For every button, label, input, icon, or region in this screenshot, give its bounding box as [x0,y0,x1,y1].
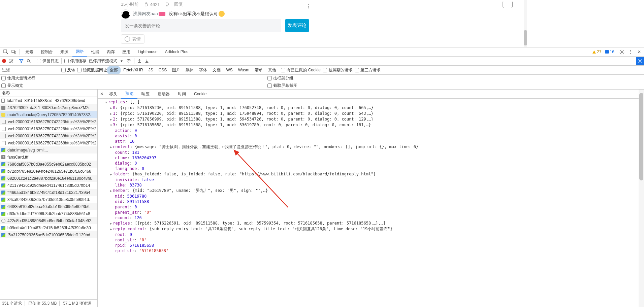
wifi-icon[interactable] [126,58,131,64]
tree-node[interactable]: like: 33738 [100,182,644,188]
preview-tree[interactable]: replies: [,…] 0: {rpid: 5716185230, oid:… [98,99,644,307]
close-detail-icon[interactable]: ✕ [98,92,105,96]
request-item[interactable]: main?callback=jQuery1720557820914057332. [0,111,97,118]
filter-input[interactable] [0,67,59,73]
tab-network[interactable]: 网络 [72,47,87,57]
tab-memory[interactable]: 内存 [103,47,118,57]
request-item[interactable]: 64f835810b62deaa40a0db19550654e6023b6. [0,203,97,210]
publish-button[interactable]: 发表评论 [285,19,309,32]
tree-node[interactable]: mid: 53619780 [100,194,644,199]
type-all[interactable]: 全部 [107,66,121,74]
tree-node[interactable]: content: {message: "骑士拔剑，攘除外敌，重建王朝。e我懂了是… [100,144,644,150]
settings-icon[interactable] [618,48,625,55]
tree-node[interactable]: fansgrade: 0 [100,166,644,171]
tree-node[interactable]: 2: {rpid: 5717856999, oid: 891511588, ty… [100,116,644,122]
disable-cache-check[interactable]: 停用缓存 [64,58,86,64]
request-item[interactable]: web?000001616362750742238https%3A%2F%2. [0,132,97,139]
request-item[interactable]: web?000001616362750742223https%3A%2F%2. [0,118,97,125]
tab-console[interactable]: 控制台 [37,47,56,57]
tab-elements[interactable]: 元素 [22,47,37,57]
type-wasm[interactable]: Wasm [235,67,252,73]
clear-icon[interactable] [9,59,13,63]
tree-node[interactable]: oid: 891511588 [100,199,644,204]
more-icon[interactable]: ⋮ [627,48,634,55]
tree-node[interactable]: 0: {rpid: 5716185230, oid: 891511588, ty… [100,105,644,111]
inspect-icon[interactable] [2,48,9,56]
type-img[interactable]: 图片 [169,66,183,74]
tree-node[interactable]: parent_str: "0" [100,210,644,215]
detail-tab-response[interactable]: 响应 [137,90,154,99]
tab-adblock[interactable]: Adblock Plus [162,48,192,56]
chevron-down-icon[interactable]: ▼ [120,59,123,63]
type-doc[interactable]: 文档 [210,66,223,74]
tree-node[interactable]: attr: 16 [100,139,644,144]
overview-check[interactable]: 显示概览 [1,83,23,89]
type-js[interactable]: JS [146,67,156,73]
third-party-check[interactable]: 第三方请求 [355,67,381,73]
type-ws[interactable]: WS [223,67,235,73]
detail-tab-cookies[interactable]: Cookie [190,90,211,98]
tree-node[interactable]: root_str: "0" [100,237,644,243]
group-frame-check[interactable]: 按框架分组 [267,75,293,81]
invert-check[interactable]: 反转 [61,67,75,73]
tree-node[interactable]: reply_control: {sub_reply_entry_text: "共… [100,226,644,232]
tree-node[interactable]: 3: {rpid: 5716185658, oid: 891511588, ty… [100,122,644,128]
request-item[interactable]: TfansCard.ttf [0,154,97,161]
tree-node[interactable]: dialog: 0 [100,161,644,166]
detail-tab-initiator[interactable]: 启动器 [154,90,174,99]
emoji-picker-button[interactable]: 表情 [121,34,144,44]
request-item[interactable]: b09cdb4c119c467cf2d15db5263b4f539fa6e30 [0,224,97,231]
tree-node[interactable]: replies: [{rpid: 5716226591, oid: 891511… [100,220,644,226]
tree-node[interactable]: ctime: 1636204397 [100,155,644,161]
warning-badge[interactable]: 27 [592,49,601,54]
search-icon[interactable] [26,59,31,63]
request-item[interactable]: 437626309_da3-1-30080.m4s?e=ig8euxZM2r. [0,104,97,111]
panel-settings-icon[interactable] [636,57,644,65]
avatar[interactable] [121,9,130,19]
type-other[interactable]: 其他 [265,66,279,74]
detail-tab-timing[interactable]: 时间 [174,90,190,99]
type-css[interactable]: CSS [156,67,170,73]
tree-node[interactable]: count: 181 [100,150,644,155]
request-item[interactable]: ff466a5d1846b82749c41df18d121b2217f39a4 [0,189,97,196]
comment-input[interactable] [121,19,281,32]
reply-username[interactable]: 沸腾网友aaa [133,11,158,17]
request-item[interactable]: web?000001616362750742226https%3A%2F%2. [0,125,97,132]
tab-performance[interactable]: 性能 [88,47,103,57]
screenshots-check[interactable]: 截取屏幕截图 [267,83,297,89]
throttle-select[interactable]: 已停用节流模式 [89,58,117,64]
info-badge[interactable]: 16 [605,49,614,54]
tree-node[interactable]: replies: [,…] [100,99,644,105]
tab-application[interactable]: 应用 [119,47,134,57]
tree-node[interactable]: rpid_str: "5716185658" [100,248,644,253]
request-item[interactable]: total?aid=891511588&cid=437626309&bvid= [0,97,97,104]
float-widget[interactable] [503,1,513,8]
device-toggle-icon[interactable] [10,48,18,56]
request-item[interactable]: web?000001616362750742268https%3A%2F%2. [0,139,97,146]
tree-node[interactable]: parent: 0 [100,204,644,210]
tree-node[interactable]: 1: {rpid: 5716190220, oid: 891511588, ty… [100,111,644,116]
tree-node[interactable]: assist: 0 [100,133,644,139]
tree-node[interactable]: member: {mid: "53619780", uname: "晏九丿", … [100,188,644,194]
sidebar-header[interactable]: 名称 [0,90,97,97]
thumb-down-icon[interactable] [164,2,169,7]
tree-node[interactable]: rcount: 126 [100,215,644,220]
detail-scrollbar[interactable] [639,90,644,307]
reply-link[interactable]: 回复 [174,1,183,7]
tree-node[interactable]: action: 0 [100,128,644,133]
download-icon[interactable] [144,59,149,63]
request-item[interactable]: 7686daf5057b0d3ae855c9eb62aecc0835bd02 [0,161,97,168]
blocked-cookie-check[interactable]: 有已拦截的 Cookie [281,67,321,73]
hide-data-check[interactable]: 隐藏数据网址 [77,67,107,73]
request-item[interactable]: 422c8bd3548989845bd9ed64bd00cfa1048e92. [0,217,97,224]
tree-node[interactable]: invisible: false [100,177,644,182]
upload-icon[interactable] [137,59,142,63]
tab-lighthouse[interactable]: Lighthouse [134,48,161,56]
request-item[interactable]: data:image/svg+xml;... [0,146,97,154]
type-manifest[interactable]: 清单 [252,66,265,74]
request-item[interactable]: 421179426c929dfeaed4117461c83f5d07ffb14 [0,182,97,189]
tree-node[interactable]: rpid: 5716185658 [100,243,644,248]
request-item[interactable]: 34caf0f34200b3db707d3d613558c05fb9091d. [0,196,97,203]
more-menu-icon[interactable] [308,4,309,8]
request-item[interactable]: b72dbf785e810e94fce2481265e71b6f16c6468 [0,168,97,175]
